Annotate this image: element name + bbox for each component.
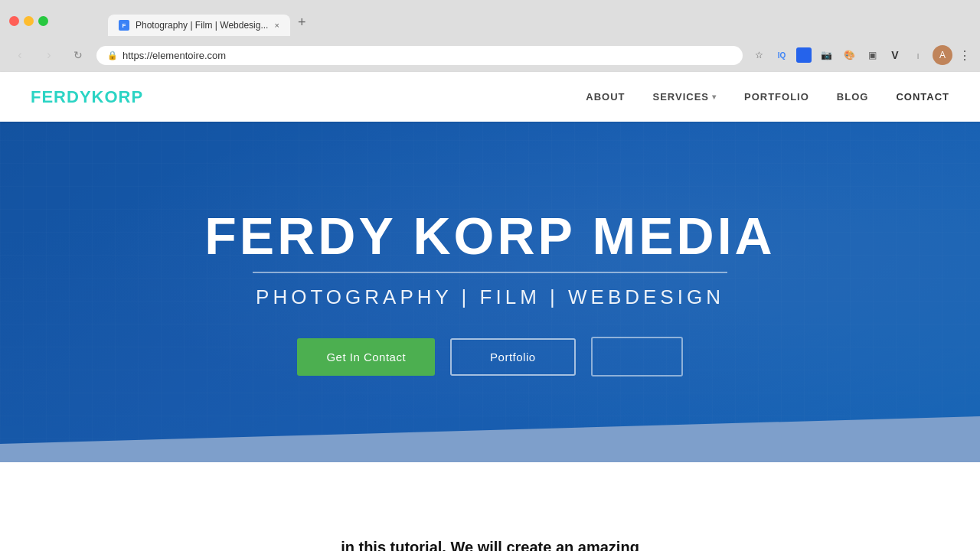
security-lock-icon: 🔒 [107,51,118,60]
minimize-button[interactable] [24,16,34,26]
site-nav: FERDYKORP ABOUT SERVICES ▾ PORTFOLIO BLO… [0,72,980,122]
nav-blog[interactable]: BLOG [837,91,869,103]
nav-services[interactable]: SERVICES ▾ [652,91,717,103]
caption-line1: in this tutorial. We will create an amaz… [31,536,949,551]
hero-section: FERDY KORP MEDIA PHOTOGRAPHY | FILM | WE… [0,122,980,462]
profile-avatar[interactable]: A [933,45,952,65]
forward-button[interactable]: › [38,44,60,66]
new-tab-button[interactable]: + [290,9,314,36]
url-text: https://elementoire.com [122,50,226,61]
ext-v-icon[interactable]: V [887,47,903,64]
caption-text: in this tutorial. We will create an amaz… [31,536,949,551]
tab-close-button[interactable]: × [274,21,279,30]
ext-iq-icon[interactable]: IQ [773,47,790,64]
more-menu-button[interactable]: ⋮ [959,48,971,63]
nav-contact[interactable]: CONTACT [896,91,949,103]
reload-button[interactable]: ↻ [67,44,89,66]
services-dropdown-arrow: ▾ [712,93,717,101]
separator-icon: | [910,47,926,64]
url-bar[interactable]: 🔒 https://elementoire.com [96,46,743,65]
ext-camera-icon[interactable]: 📷 [818,47,835,64]
ext-grid-icon[interactable]: ▣ [864,47,880,64]
site-logo[interactable]: FERDYKORP [31,87,143,107]
browser-chrome: F Photography | Film | Webdesig... × + ‹… [0,0,980,72]
address-bar: ‹ › ↻ 🔒 https://elementoire.com ☆ IQ 📷 🎨… [0,41,980,72]
below-hero [0,462,980,523]
close-button[interactable] [9,16,19,26]
hero-content: FERDY KORP MEDIA PHOTOGRAPHY | FILM | WE… [204,207,775,377]
get-in-contact-button[interactable]: Get In Contact [297,338,435,376]
bookmark-icon[interactable]: ☆ [750,47,767,64]
active-tab[interactable]: F Photography | Film | Webdesig... × [108,15,290,36]
nav-about[interactable]: ABOUT [586,91,625,103]
ext-color-icon[interactable]: 🎨 [841,47,858,64]
maximize-button[interactable] [38,16,48,26]
back-button[interactable]: ‹ [9,44,31,66]
caption-bar: in this tutorial. We will create an amaz… [0,523,980,551]
hero-divider [253,272,727,273]
hero-buttons: Get In Contact Portfolio [204,337,775,377]
title-bar: F Photography | Film | Webdesig... × + [0,0,980,41]
tab-favicon: F [119,20,129,31]
tab-bar: F Photography | Film | Webdesig... × + [54,9,367,36]
hero-title: FERDY KORP MEDIA [204,207,775,265]
window-controls [9,16,48,26]
nav-portfolio[interactable]: PORTFOLIO [744,91,809,103]
hero-subtitle: PHOTOGRAPHY | FILM | WEBDESIGN [204,285,775,309]
ext-box-icon[interactable] [796,47,812,63]
tab-title: Photography | Film | Webdesig... [136,20,268,31]
site-content: FERDYKORP ABOUT SERVICES ▾ PORTFOLIO BLO… [0,72,980,551]
partial-button [591,337,683,377]
toolbar-icons: ☆ IQ 📷 🎨 ▣ V | A ⋮ [750,45,971,65]
portfolio-button[interactable]: Portfolio [450,338,576,376]
nav-links: ABOUT SERVICES ▾ PORTFOLIO BLOG CONTACT [586,91,949,103]
